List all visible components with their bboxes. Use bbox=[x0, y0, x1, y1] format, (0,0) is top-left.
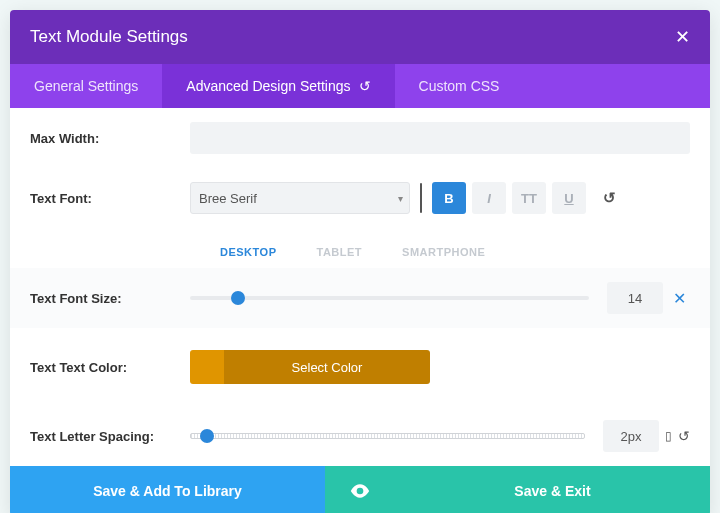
tab-advanced-design[interactable]: Advanced Design Settings ↺ bbox=[162, 64, 394, 108]
bold-button[interactable]: B bbox=[432, 182, 466, 214]
separator bbox=[420, 183, 422, 213]
eye-icon bbox=[350, 484, 370, 498]
reset-letter-spacing-icon[interactable]: ↺ bbox=[678, 428, 690, 444]
font-select[interactable]: Bree Serif bbox=[190, 182, 410, 214]
svg-point-0 bbox=[358, 489, 361, 492]
device-tab-tablet[interactable]: TABLET bbox=[316, 246, 362, 258]
font-size-input[interactable] bbox=[607, 282, 663, 314]
label-text-color: Text Text Color: bbox=[30, 360, 190, 375]
font-select-value: Bree Serif bbox=[199, 191, 257, 206]
reset-font-icon[interactable]: ↺ bbox=[592, 182, 626, 214]
font-size-section: DESKTOP TABLET SMARTPHONE Text Font Size… bbox=[10, 228, 710, 328]
save-exit-button[interactable]: Save & Exit bbox=[395, 466, 710, 513]
tab-bar: General Settings Advanced Design Setting… bbox=[10, 64, 710, 108]
font-size-slider[interactable] bbox=[190, 296, 589, 300]
modal-title: Text Module Settings bbox=[30, 27, 188, 47]
color-swatch bbox=[190, 350, 224, 384]
device-tabs: DESKTOP TABLET SMARTPHONE bbox=[10, 228, 710, 268]
tab-custom-css[interactable]: Custom CSS bbox=[395, 64, 524, 108]
uppercase-button[interactable]: TT bbox=[512, 182, 546, 214]
modal-body: Max Width: Text Font: Bree Serif B I TT … bbox=[10, 108, 710, 466]
underline-button[interactable]: U bbox=[552, 182, 586, 214]
save-add-library-button[interactable]: Save & Add To Library bbox=[10, 466, 325, 513]
device-tab-smartphone[interactable]: SMARTPHONE bbox=[402, 246, 485, 258]
color-button-label: Select Color bbox=[224, 350, 430, 384]
modal-header: Text Module Settings ✕ bbox=[10, 10, 710, 64]
letter-spacing-icons: ▯ ↺ bbox=[665, 428, 690, 444]
slider-thumb[interactable] bbox=[200, 429, 214, 443]
row-letter-spacing: Text Letter Spacing: ▯ ↺ bbox=[10, 406, 710, 466]
tab-label: Advanced Design Settings bbox=[186, 78, 350, 94]
row-max-width: Max Width: bbox=[10, 108, 710, 168]
undo-icon: ↺ bbox=[359, 78, 371, 94]
label-letter-spacing: Text Letter Spacing: bbox=[30, 429, 190, 444]
italic-button[interactable]: I bbox=[472, 182, 506, 214]
select-color-button[interactable]: Select Color bbox=[190, 350, 430, 384]
tab-general[interactable]: General Settings bbox=[10, 64, 162, 108]
slider-thumb[interactable] bbox=[231, 291, 245, 305]
text-module-settings-modal: Text Module Settings ✕ General Settings … bbox=[10, 10, 710, 513]
row-text-color: Text Text Color: Select Color bbox=[10, 328, 710, 406]
max-width-input[interactable] bbox=[190, 122, 690, 154]
row-font-size: Text Font Size: ✕ bbox=[10, 268, 710, 328]
modal-footer: Save & Add To Library Save & Exit bbox=[10, 466, 710, 513]
label-text-font: Text Font: bbox=[30, 191, 190, 206]
label-font-size: Text Font Size: bbox=[30, 291, 190, 306]
letter-spacing-input[interactable] bbox=[603, 420, 659, 452]
row-text-font: Text Font: Bree Serif B I TT U ↺ bbox=[10, 168, 710, 228]
clear-font-size-icon[interactable]: ✕ bbox=[669, 289, 690, 308]
letter-spacing-slider[interactable] bbox=[190, 433, 585, 439]
label-max-width: Max Width: bbox=[30, 131, 190, 146]
responsive-icon[interactable]: ▯ bbox=[665, 429, 672, 443]
device-tab-desktop[interactable]: DESKTOP bbox=[220, 246, 276, 258]
close-icon[interactable]: ✕ bbox=[675, 26, 690, 48]
preview-button[interactable] bbox=[325, 466, 395, 513]
